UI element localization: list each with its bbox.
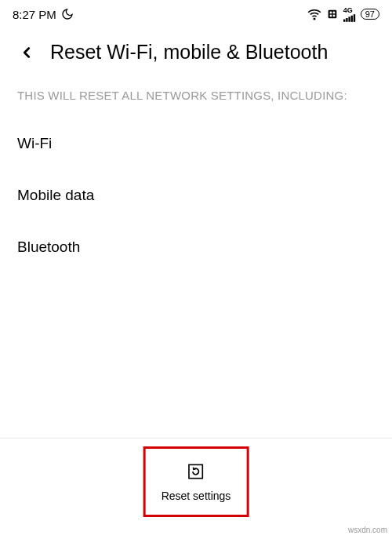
reset-icon bbox=[186, 461, 206, 482]
wifi-icon bbox=[307, 7, 321, 21]
svg-rect-9 bbox=[350, 15, 352, 21]
reset-settings-button[interactable]: Reset settings bbox=[143, 446, 249, 517]
watermark: wsxdn.com bbox=[348, 526, 387, 534]
subheader-text: THIS WILL RESET ALL NETWORK SETTINGS, IN… bbox=[0, 79, 392, 118]
settings-list: Wi-Fi Mobile data Bluetooth bbox=[0, 118, 392, 273]
svg-rect-6 bbox=[343, 19, 345, 21]
svg-rect-3 bbox=[332, 12, 335, 14]
status-bar: 8:27 PM 4G bbox=[0, 0, 392, 28]
reset-button-label: Reset settings bbox=[162, 490, 231, 502]
signal-icon: 4G bbox=[343, 7, 356, 22]
svg-rect-2 bbox=[329, 12, 332, 14]
svg-rect-10 bbox=[354, 14, 355, 22]
svg-rect-7 bbox=[346, 18, 347, 22]
svg-rect-1 bbox=[328, 10, 336, 19]
status-time: 8:27 PM bbox=[13, 8, 56, 21]
list-item-wifi: Wi-Fi bbox=[17, 118, 375, 169]
svg-rect-5 bbox=[332, 15, 335, 17]
sim-icon bbox=[326, 8, 339, 20]
back-button[interactable] bbox=[17, 43, 36, 62]
status-right: 4G 97 bbox=[307, 7, 379, 22]
list-item-bluetooth: Bluetooth bbox=[17, 221, 375, 273]
svg-rect-4 bbox=[329, 15, 332, 17]
battery-level: 97 bbox=[361, 9, 379, 20]
divider bbox=[0, 438, 392, 439]
svg-rect-11 bbox=[189, 464, 202, 478]
page-header: Reset Wi-Fi, mobile & Bluetooth bbox=[0, 28, 392, 79]
page-title: Reset Wi-Fi, mobile & Bluetooth bbox=[50, 41, 328, 64]
status-left: 8:27 PM bbox=[13, 8, 74, 21]
list-item-mobile-data: Mobile data bbox=[17, 169, 375, 221]
svg-point-0 bbox=[314, 18, 315, 20]
do-not-disturb-icon bbox=[61, 8, 74, 20]
signal-label: 4G bbox=[343, 7, 353, 14]
svg-rect-8 bbox=[348, 16, 350, 21]
